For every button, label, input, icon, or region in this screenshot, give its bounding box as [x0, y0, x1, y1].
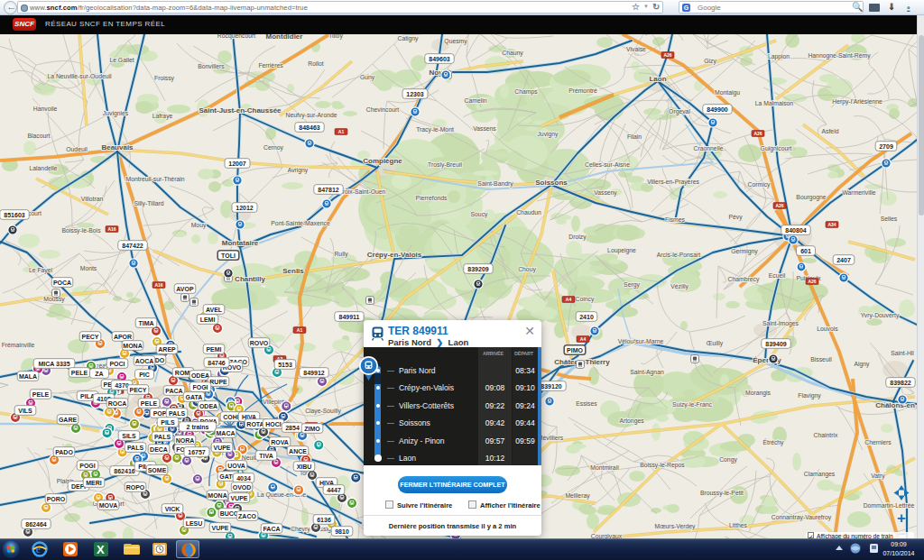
svg-text:Bonvillers: Bonvillers	[198, 63, 225, 69]
svg-text:Villers-en-Prayères: Villers-en-Prayères	[647, 179, 699, 186]
svg-text:ZIMO: ZIMO	[304, 426, 320, 432]
svg-text:Pierrefonds: Pierrefonds	[416, 195, 448, 201]
svg-text:A26: A26	[775, 203, 783, 208]
svg-text:VUPE: VUPE	[230, 495, 247, 501]
svg-text:Montreuil-sur-Thérain: Montreuil-sur-Thérain	[126, 176, 185, 182]
svg-text:Chantilly: Chantilly	[235, 275, 265, 283]
svg-text:Chauny: Chauny	[502, 50, 523, 57]
svg-text:Coincy: Coincy	[576, 296, 595, 303]
svg-text:Pont-Sainte-Maxence: Pont-Sainte-Maxence	[271, 220, 330, 226]
svg-text:Prémontré: Prémontré	[568, 87, 597, 94]
svg-text:Crépy-en-Valois: Crépy-en-Valois	[367, 251, 422, 259]
svg-text:Clamanges: Clamanges	[804, 471, 836, 478]
svg-text:A1: A1	[338, 129, 345, 134]
svg-text:OVOD: OVOD	[233, 484, 252, 491]
svg-text:2410: 2410	[579, 314, 594, 320]
svg-text:Hanvoile: Hanvoile	[33, 106, 58, 112]
svg-text:DECA: DECA	[150, 446, 168, 453]
svg-text:TOLI: TOLI	[221, 252, 236, 259]
svg-text:La Neuville-sur-Oudeuil: La Neuville-sur-Oudeuil	[47, 73, 112, 79]
svg-text:Vézilly: Vézilly	[670, 283, 688, 290]
svg-text:Broussy-le-Petit: Broussy-le-Petit	[700, 490, 744, 497]
svg-text:Mœurs-Verdey: Mœurs-Verdey	[655, 523, 697, 530]
svg-text:Bisseuil: Bisseuil	[810, 356, 832, 363]
svg-text:ANCE: ANCE	[289, 448, 307, 454]
svg-text:A4: A4	[580, 336, 587, 342]
svg-text:84746: 84746	[208, 360, 226, 366]
svg-text:Blacourt: Blacourt	[28, 133, 51, 139]
svg-text:Saint-Bandry: Saint-Bandry	[477, 180, 513, 188]
svg-text:Lalandelle: Lalandelle	[30, 165, 58, 171]
svg-text:849912: 849912	[303, 370, 324, 376]
svg-text:ZA: ZA	[95, 371, 103, 377]
svg-text:Arcis-le-Ponsart: Arcis-le-Ponsart	[657, 252, 700, 258]
svg-text:Warmeriville: Warmeriville	[842, 189, 875, 196]
svg-text:Craonnelle: Craonnelle	[694, 145, 724, 151]
svg-text:6136: 6136	[317, 517, 331, 523]
svg-text:Mouy: Mouy	[191, 222, 207, 229]
svg-text:862464: 862464	[25, 521, 46, 528]
svg-text:FOGI: FOGI	[192, 384, 208, 390]
svg-text:4447: 4447	[327, 487, 341, 493]
svg-text:Claye-Souilly: Claye-Souilly	[305, 408, 341, 415]
svg-text:Frémainville: Frémainville	[2, 342, 35, 348]
svg-text:Champs: Champs	[514, 88, 538, 96]
svg-text:SOME: SOME	[148, 467, 167, 473]
svg-text:839120: 839120	[541, 383, 561, 390]
svg-text:X: X	[97, 543, 105, 556]
svg-text:AREP: AREP	[158, 346, 176, 353]
svg-text:ROVA: ROVA	[271, 439, 289, 445]
svg-text:FACA: FACA	[263, 526, 280, 532]
svg-text:Lappion: Lappion	[768, 53, 790, 60]
svg-text:PILA: PILA	[80, 393, 95, 399]
svg-text:PALS: PALS	[127, 445, 143, 451]
svg-text:Quesmy: Quesmy	[444, 38, 467, 45]
svg-text:Trosly-Breuil: Trosly-Breuil	[428, 161, 462, 169]
svg-text:HOCI: HOCI	[265, 421, 282, 427]
svg-text:e: e	[36, 543, 42, 555]
svg-text:2407: 2407	[836, 257, 851, 263]
svg-text:MALA: MALA	[19, 373, 37, 380]
svg-text:VILS: VILS	[18, 408, 32, 414]
svg-text:PECY: PECY	[81, 334, 98, 340]
svg-text:PALS: PALS	[154, 434, 171, 440]
svg-text:Œuilly: Œuilly	[707, 340, 724, 347]
svg-text:Droizy: Droizy	[568, 234, 587, 241]
svg-text:849603: 849603	[429, 56, 449, 62]
svg-text:ROVO: ROVO	[250, 340, 269, 346]
svg-text:Soissons: Soissons	[535, 179, 568, 187]
svg-text:MICA 3335: MICA 3335	[38, 361, 69, 367]
svg-text:Châlons-en: Châlons-en	[875, 401, 915, 409]
svg-text:9810: 9810	[335, 528, 349, 535]
svg-text:Rully: Rully	[334, 251, 348, 258]
svg-text:Beauvais: Beauvais	[101, 143, 134, 151]
svg-text:Cernoy: Cernoy	[263, 144, 284, 151]
svg-text:Aigny: Aigny	[854, 361, 870, 368]
svg-text:Chambrecy: Chambrecy	[728, 276, 760, 283]
svg-text:Suizy-le-Franc: Suizy-le-Franc	[672, 401, 712, 409]
svg-text:ZACO: ZACO	[238, 513, 256, 519]
svg-text:Gizy: Gizy	[704, 58, 716, 65]
svg-text:Étréchy: Étréchy	[762, 438, 784, 446]
svg-text:UOVA: UOVA	[227, 463, 245, 469]
svg-text:Morangis: Morangis	[745, 390, 772, 397]
svg-text:PACA: PACA	[165, 388, 182, 394]
svg-text:Montdidier: Montdidier	[266, 34, 303, 41]
svg-text:COHI: COHI	[223, 414, 239, 420]
svg-text:Montaigu: Montaigu	[715, 89, 740, 96]
svg-text:Soucy: Soucy	[471, 211, 488, 218]
svg-text:SILS: SILS	[122, 433, 136, 439]
svg-text:PELE: PELE	[32, 391, 50, 398]
svg-text:PECY: PECY	[129, 387, 146, 393]
svg-text:Chouy: Chouy	[518, 266, 536, 273]
svg-text:601: 601	[800, 248, 811, 254]
svg-text:Catigny: Catigny	[397, 35, 419, 42]
svg-text:Asfeld: Asfeld	[822, 128, 839, 134]
svg-text:Vélou-sur-Marne: Vélou-sur-Marne	[618, 338, 664, 344]
svg-text:Sergy: Sergy	[624, 281, 640, 289]
svg-text:TIVA: TIVA	[259, 453, 273, 459]
svg-text:Silly-Tillard: Silly-Tillard	[134, 200, 164, 207]
svg-text:840804: 840804	[785, 227, 806, 234]
svg-text:Artonges: Artonges	[619, 418, 644, 425]
svg-text:Selles: Selles	[881, 216, 898, 222]
